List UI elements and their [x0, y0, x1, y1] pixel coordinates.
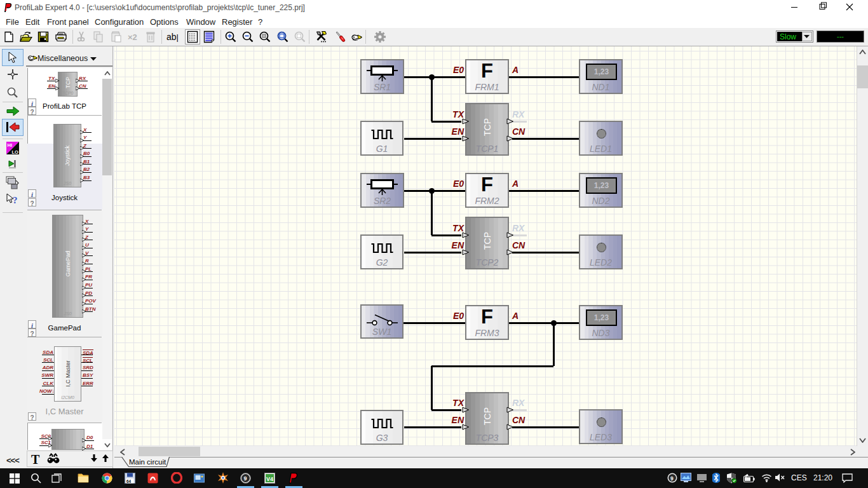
svg-text:64: 64 [126, 479, 132, 484]
svg-text:V4: V4 [266, 476, 273, 482]
svg-text:9: 9 [670, 475, 674, 482]
svg-text:9: 9 [244, 475, 247, 482]
svg-text:HI: HI [8, 142, 13, 148]
svg-text:?: ? [13, 195, 18, 205]
svg-text:LO: LO [12, 149, 19, 155]
